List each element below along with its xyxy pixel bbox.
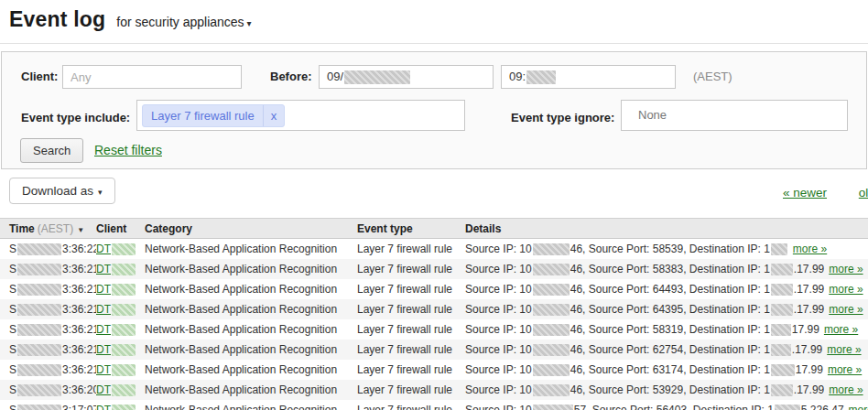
redacted-client — [112, 405, 136, 410]
more-link[interactable]: more » — [849, 404, 868, 410]
client-link[interactable]: DT — [96, 343, 111, 356]
category-column-header: Category — [145, 222, 357, 235]
redacted-ip — [533, 284, 570, 296]
more-link[interactable]: more » — [829, 383, 863, 396]
table-row: S3:36:20 DT Network-Based Application Re… — [0, 380, 868, 400]
more-link[interactable]: more » — [828, 363, 862, 376]
ignore-value: None — [638, 108, 667, 122]
redacted-ip — [533, 344, 570, 356]
event-log-page: Event log for security appliances▾ Clien… — [0, 0, 868, 410]
event-type-include-input[interactable]: Layer 7 firewall rule x — [136, 100, 465, 131]
include-label: Event type include: — [21, 102, 130, 134]
redacted-ip — [771, 304, 793, 316]
redacted-ip — [775, 405, 800, 410]
details-text: Source IP: 1046, Source Port: 63174, Des… — [465, 363, 823, 376]
time-cell: S3:17:07 — [0, 404, 96, 410]
redacted-client — [112, 304, 136, 316]
reset-filters-link[interactable]: Reset filters — [94, 143, 162, 157]
event-type-cell: Layer 7 firewall rule — [357, 263, 465, 275]
redacted-date — [17, 344, 61, 356]
redacted-date — [17, 324, 61, 336]
time-prefix: S — [9, 404, 16, 410]
client-link[interactable]: DT — [96, 283, 111, 296]
time-prefix: S — [9, 343, 16, 356]
appliance-scope-dropdown[interactable]: for security appliances▾ — [116, 15, 251, 29]
time-prefix: S — [9, 303, 16, 316]
before-time-value: 09: — [509, 66, 526, 88]
details-cell: Source IP: 1046, Source Port: 58319, Des… — [465, 323, 868, 336]
time-prefix: S — [9, 283, 16, 296]
client-cell: DT — [96, 363, 145, 376]
client-cell: DT — [96, 303, 145, 316]
category-cell: Network-Based Application Recognition — [145, 283, 357, 296]
redacted-ip — [771, 264, 793, 275]
redacted-client — [112, 243, 136, 255]
more-link[interactable]: more » — [827, 343, 861, 356]
time-cell: S3:36:21 — [0, 343, 96, 356]
table-row: S3:36:22 DT Network-Based Application Re… — [0, 239, 868, 259]
redacted-client — [112, 384, 136, 396]
table-row: S3:36:21 DT Network-Based Application Re… — [0, 279, 868, 299]
client-link[interactable]: DT — [96, 263, 111, 275]
chevron-down-icon: ▾ — [98, 188, 103, 197]
event-type-cell: Layer 7 firewall rule — [357, 404, 465, 410]
pagination: « newer older » — [783, 186, 868, 200]
event-type-cell: Layer 7 firewall rule — [357, 283, 465, 296]
redacted-date — [17, 264, 61, 275]
more-link[interactable]: more » — [829, 303, 863, 316]
redacted-client — [112, 264, 136, 275]
time-cell: S3:36:22 — [0, 243, 96, 255]
before-date-input[interactable]: 09/ — [319, 65, 494, 89]
redacted-client — [112, 324, 136, 336]
more-link[interactable]: more » — [793, 243, 827, 255]
details-cell: Source IP: 1046, Source Port: 58383, Des… — [465, 263, 868, 275]
redacted-ip — [771, 284, 793, 296]
older-link[interactable]: older » — [859, 186, 868, 200]
details-text: Source IP: 1046, Source Port: 58539, Des… — [465, 243, 788, 255]
redacted-ip — [533, 264, 570, 275]
time-cell: S3:36:21 — [0, 323, 96, 336]
event-type-cell: Layer 7 firewall rule — [357, 303, 465, 316]
time-value: 3:36:20 — [62, 383, 96, 396]
category-cell: Network-Based Application Recognition — [145, 383, 357, 396]
chip-remove-button[interactable]: x — [263, 105, 285, 126]
redacted-date — [17, 284, 61, 296]
client-link[interactable]: DT — [96, 323, 111, 336]
more-link[interactable]: more » — [829, 263, 863, 275]
client-link[interactable]: DT — [96, 383, 111, 396]
chevron-down-icon: ▾ — [247, 18, 252, 28]
client-cell: DT — [96, 283, 145, 296]
time-value: 3:36:21 — [62, 323, 96, 336]
more-link[interactable]: more » — [824, 323, 858, 336]
more-link[interactable]: more » — [829, 283, 863, 296]
details-cell: Source IP: 1046, Source Port: 63174, Des… — [465, 363, 868, 376]
time-value: 3:17:07 — [62, 404, 96, 410]
client-cell: DT — [96, 404, 145, 410]
event-type-ignore-input[interactable]: None — [621, 100, 848, 131]
page-header: Event log for security appliances▾ — [9, 7, 252, 32]
client-input[interactable] — [62, 65, 242, 89]
redacted-ip — [771, 384, 793, 396]
client-link[interactable]: DT — [96, 404, 111, 410]
category-cell: Network-Based Application Recognition — [145, 323, 357, 336]
event-type-cell: Layer 7 firewall rule — [357, 383, 465, 396]
table-row: S3:36:21 DT Network-Based Application Re… — [0, 340, 868, 360]
download-as-button[interactable]: Download as▾ — [9, 178, 115, 204]
event-type-cell: Layer 7 firewall rule — [357, 343, 465, 356]
time-cell: S3:36:21 — [0, 363, 96, 376]
client-link[interactable]: DT — [96, 303, 111, 316]
event-type-cell: Layer 7 firewall rule — [357, 243, 465, 255]
event-type-cell: Layer 7 firewall rule — [357, 363, 465, 376]
client-link[interactable]: DT — [96, 243, 111, 255]
client-link[interactable]: DT — [96, 363, 111, 376]
table-row: S3:36:21 DT Network-Based Application Re… — [0, 299, 868, 319]
time-column-header[interactable]: Time(AEST)▼ — [0, 222, 96, 235]
search-button[interactable]: Search — [20, 138, 83, 163]
category-cell: Network-Based Application Recognition — [145, 263, 357, 275]
before-time-input[interactable]: 09: — [501, 65, 676, 89]
time-header-label: Time — [9, 222, 35, 235]
event-type-column-header: Event type — [357, 222, 465, 235]
time-value: 3:36:21 — [62, 343, 96, 356]
details-text: Source IP: 1046, Source Port: 64395, Des… — [465, 303, 824, 316]
newer-link[interactable]: « newer — [783, 186, 827, 200]
